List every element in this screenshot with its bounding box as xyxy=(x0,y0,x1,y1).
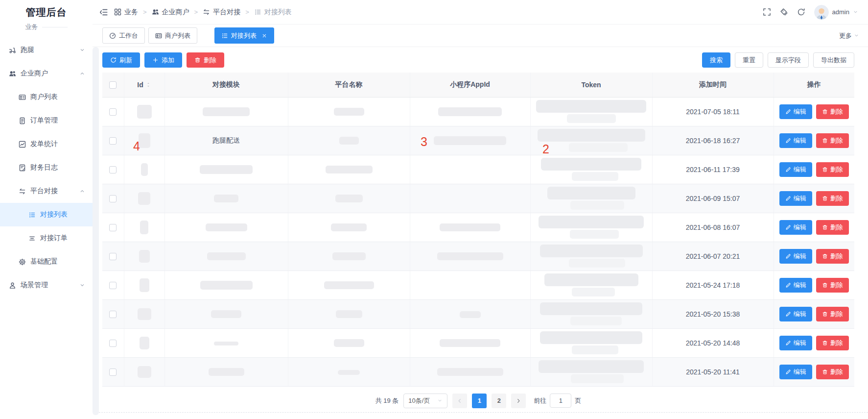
breadcrumb-item-业务[interactable]: 业务 xyxy=(114,8,138,17)
row-checkbox[interactable] xyxy=(109,108,117,116)
redacted-cell xyxy=(214,195,238,202)
sidebar-item-label: 企业商户 xyxy=(21,69,48,78)
添加-button[interactable]: 添加 xyxy=(144,52,182,68)
more-dropdown[interactable]: 更多 xyxy=(839,31,859,40)
cell-id xyxy=(124,155,164,184)
table-row: 2021-06-08 16:07编辑删除 xyxy=(102,213,854,242)
toolbar-left: 刷新添加删除 xyxy=(102,52,224,68)
edit-button[interactable]: 编辑 xyxy=(779,162,812,177)
显示字段-button[interactable]: 显示字段 xyxy=(768,52,809,68)
edit-icon xyxy=(785,224,791,230)
menu-fold-icon[interactable] xyxy=(99,8,108,17)
trash-icon xyxy=(822,311,828,317)
edit-button[interactable]: 编辑 xyxy=(779,365,812,379)
page-size-select[interactable]: 10条/页 xyxy=(403,394,447,408)
cell-id xyxy=(124,184,164,213)
导出数据-button[interactable]: 导出数据 xyxy=(813,52,854,68)
delete-button[interactable]: 删除 xyxy=(816,104,849,119)
edit-button[interactable]: 编辑 xyxy=(779,104,812,119)
delete-button[interactable]: 删除 xyxy=(816,307,849,321)
sidebar-item-对接列表[interactable]: 对接列表 xyxy=(0,203,93,226)
sidebar-item-基础配置[interactable]: 基础配置 xyxy=(0,250,93,273)
tab-商户列表[interactable]: 商户列表 xyxy=(148,27,197,44)
delete-button[interactable]: 删除 xyxy=(816,278,849,293)
redacted-cell xyxy=(569,143,628,152)
breadcrumb-item-平台对接[interactable]: 平台对接 xyxy=(203,8,240,17)
list-icon xyxy=(28,211,36,219)
sidebar-item-商户列表[interactable]: 商户列表 xyxy=(0,85,93,109)
delete-button[interactable]: 删除 xyxy=(816,220,849,235)
sidebar-item-平台对接[interactable]: 平台对接 xyxy=(0,179,93,203)
scrollbar-gutter[interactable] xyxy=(93,47,99,415)
cell-platform xyxy=(288,242,410,271)
edit-button[interactable]: 编辑 xyxy=(779,307,812,321)
page-button-2[interactable]: 2 xyxy=(492,394,506,408)
cell-id xyxy=(124,271,164,299)
refresh-icon[interactable] xyxy=(797,8,805,16)
delete-button[interactable]: 删除 xyxy=(816,191,849,206)
redacted-cell xyxy=(338,370,360,375)
sidebar-item-企业商户[interactable]: 企业商户 xyxy=(0,62,93,85)
close-icon[interactable] xyxy=(261,33,267,39)
刷新-button[interactable]: 刷新 xyxy=(102,52,140,68)
edit-button[interactable]: 编辑 xyxy=(779,133,812,148)
next-page-button[interactable] xyxy=(511,394,526,408)
sidebar-item-财务日志[interactable]: 财务日志 xyxy=(0,156,93,179)
edit-button[interactable]: 编辑 xyxy=(779,220,812,235)
delete-button[interactable]: 删除 xyxy=(816,365,849,379)
row-checkbox[interactable] xyxy=(109,166,117,173)
cell-id xyxy=(124,126,164,155)
table-row: 2021-06-09 15:07编辑删除 xyxy=(102,184,854,213)
delete-button[interactable]: 删除 xyxy=(816,249,849,264)
row-checkbox[interactable] xyxy=(109,137,117,145)
cell-platform xyxy=(288,155,410,184)
tab-工作台[interactable]: 工作台 xyxy=(102,27,145,44)
edit-button[interactable]: 编辑 xyxy=(779,278,812,293)
user-menu[interactable]: admin xyxy=(814,5,858,20)
goto-page-input[interactable] xyxy=(550,394,571,408)
content-area: 刷新添加删除 搜索重置显示字段导出数据 Id对接模块平台名称小程序AppIdTo… xyxy=(93,47,868,419)
row-checkbox[interactable] xyxy=(109,340,117,347)
delete-button[interactable]: 删除 xyxy=(816,162,849,177)
sidebar-item-发单统计[interactable]: 发单统计 xyxy=(0,132,93,156)
删除-button[interactable]: 删除 xyxy=(187,52,224,68)
sidebar-item-订单管理[interactable]: 订单管理 xyxy=(0,109,93,132)
delete-button[interactable]: 删除 xyxy=(816,336,849,350)
row-checkbox[interactable] xyxy=(109,369,117,376)
row-checkbox[interactable] xyxy=(109,224,117,231)
row-checkbox[interactable] xyxy=(109,195,117,202)
redacted-cell xyxy=(440,339,500,347)
sort-control[interactable]: Id xyxy=(137,81,151,89)
edit-icon xyxy=(785,196,791,201)
cell-module xyxy=(164,213,288,242)
sidebar-item-label: 场景管理 xyxy=(21,281,48,290)
重置-button[interactable]: 重置 xyxy=(735,52,763,68)
breadcrumb-item-企业商户[interactable]: 企业商户 xyxy=(152,8,189,17)
sidebar-item-对接订单[interactable]: 对接订单 xyxy=(0,226,93,250)
edit-button[interactable]: 编辑 xyxy=(779,191,812,206)
row-checkbox[interactable] xyxy=(109,282,117,289)
select-all-checkbox[interactable] xyxy=(109,81,117,89)
delete-button[interactable]: 删除 xyxy=(816,133,849,148)
prev-page-button[interactable] xyxy=(452,394,467,408)
sidebar-item-场景管理[interactable]: 场景管理 xyxy=(0,273,93,297)
edit-button[interactable]: 编辑 xyxy=(779,249,812,264)
goto-page: 前往页 xyxy=(534,394,581,408)
row-checkbox[interactable] xyxy=(109,253,117,260)
redacted-cell xyxy=(572,345,618,354)
fullscreen-icon[interactable] xyxy=(763,8,771,16)
swap-icon xyxy=(203,8,210,16)
tab-对接列表[interactable]: 对接列表 xyxy=(214,27,274,44)
trash-icon xyxy=(822,138,828,144)
redacted-cell xyxy=(437,368,503,376)
cell-token xyxy=(530,184,652,213)
edit-button[interactable]: 编辑 xyxy=(779,336,812,350)
trash-icon xyxy=(822,253,828,259)
row-checkbox[interactable] xyxy=(109,311,117,318)
cell-id xyxy=(124,97,164,126)
搜索-button[interactable]: 搜索 xyxy=(702,52,730,68)
tags-icon[interactable] xyxy=(780,8,788,16)
pagination: 共 19 条10条/页12前往页 xyxy=(102,394,854,408)
page-button-1[interactable]: 1 xyxy=(472,394,487,408)
sidebar-item-跑腿[interactable]: 跑腿 xyxy=(0,38,93,62)
